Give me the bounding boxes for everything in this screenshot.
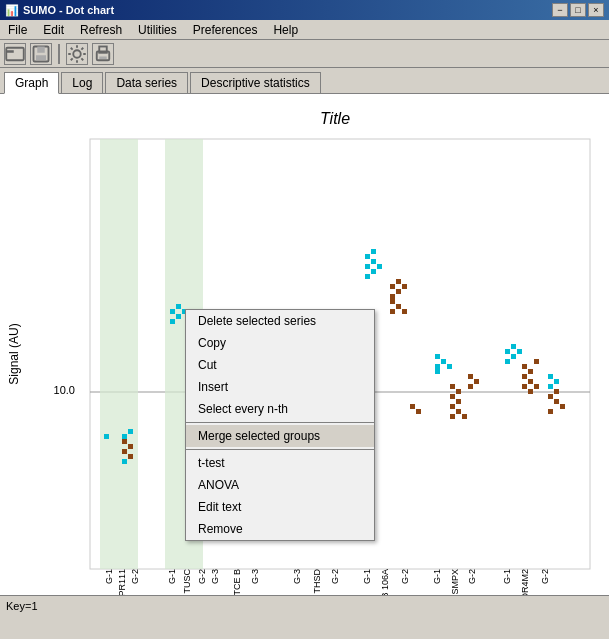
tab-data-series[interactable]: Data series xyxy=(105,72,188,93)
svg-rect-115 xyxy=(511,344,516,349)
svg-rect-87 xyxy=(396,279,401,284)
ctx-select-nth[interactable]: Select every n-th xyxy=(186,398,374,420)
svg-rect-77 xyxy=(365,264,370,269)
toolbar-btn-4[interactable] xyxy=(92,43,114,65)
svg-rect-38 xyxy=(128,454,133,459)
svg-rect-41 xyxy=(122,459,127,464)
ctx-ttest[interactable]: t-test xyxy=(186,452,374,474)
svg-rect-127 xyxy=(554,389,559,394)
svg-rect-125 xyxy=(554,379,559,384)
svg-rect-119 xyxy=(528,379,533,384)
svg-text:G-3: G-3 xyxy=(250,569,260,584)
svg-point-5 xyxy=(73,50,81,58)
svg-rect-104 xyxy=(450,404,455,409)
menu-file[interactable]: File xyxy=(4,22,31,38)
ctx-sep-2 xyxy=(186,449,374,450)
svg-rect-0 xyxy=(6,47,24,60)
svg-rect-120 xyxy=(534,384,539,389)
svg-rect-79 xyxy=(365,274,370,279)
ctx-sep-1 xyxy=(186,422,374,423)
svg-text:TCE B: TCE B xyxy=(232,569,242,595)
title-bar: 📊 SUMO - Dot chart − □ × xyxy=(0,0,609,20)
svg-text:DEFB 106A: DEFB 106A xyxy=(380,569,390,595)
svg-text:G-1: G-1 xyxy=(167,569,177,584)
x-axis-labels: G-1 GPR111 G-2 G-1 TUSC G-2 G-3 TCE B G-… xyxy=(104,569,550,596)
tab-descriptive-statistics[interactable]: Descriptive statistics xyxy=(190,72,321,93)
toolbar-btn-3[interactable] xyxy=(66,43,88,65)
svg-rect-92 xyxy=(390,309,395,314)
toolbar-sep-1 xyxy=(58,44,60,64)
svg-rect-80 xyxy=(371,259,376,264)
svg-rect-121 xyxy=(522,384,527,389)
tab-bar: Graph Log Data series Descriptive statis… xyxy=(0,68,609,94)
menu-refresh[interactable]: Refresh xyxy=(76,22,126,38)
svg-text:G-1: G-1 xyxy=(432,569,442,584)
svg-rect-102 xyxy=(450,394,455,399)
svg-text:G-3: G-3 xyxy=(210,569,220,584)
svg-rect-111 xyxy=(505,349,510,354)
svg-text:G-1: G-1 xyxy=(502,569,512,584)
menu-preferences[interactable]: Preferences xyxy=(189,22,262,38)
app-icon: 📊 xyxy=(5,4,19,17)
svg-rect-39 xyxy=(122,434,127,439)
svg-text:G-1: G-1 xyxy=(104,569,114,584)
svg-rect-44 xyxy=(170,319,175,324)
svg-rect-4 xyxy=(36,55,46,60)
svg-text:G-2: G-2 xyxy=(197,569,207,584)
svg-rect-34 xyxy=(104,434,109,439)
svg-rect-3 xyxy=(37,46,45,52)
svg-rect-103 xyxy=(456,399,461,404)
svg-rect-8 xyxy=(99,56,107,59)
menu-bar: File Edit Refresh Utilities Preferences … xyxy=(0,20,609,40)
svg-rect-113 xyxy=(505,359,510,364)
svg-rect-106 xyxy=(462,414,467,419)
svg-text:G-2: G-2 xyxy=(540,569,550,584)
svg-rect-109 xyxy=(474,379,479,384)
svg-rect-107 xyxy=(450,414,455,419)
svg-rect-101 xyxy=(456,389,461,394)
svg-rect-130 xyxy=(560,404,565,409)
ctx-edit-text[interactable]: Edit text xyxy=(186,496,374,518)
ctx-copy[interactable]: Copy xyxy=(186,332,374,354)
ctx-insert[interactable]: Insert xyxy=(186,376,374,398)
svg-rect-1 xyxy=(6,50,14,53)
close-button[interactable]: × xyxy=(588,3,604,17)
menu-help[interactable]: Help xyxy=(269,22,302,38)
svg-text:G-2: G-2 xyxy=(330,569,340,584)
svg-text:G-2: G-2 xyxy=(130,569,140,584)
svg-rect-126 xyxy=(548,384,553,389)
svg-rect-114 xyxy=(517,349,522,354)
toolbar-btn-1[interactable] xyxy=(4,43,26,65)
svg-rect-129 xyxy=(554,399,559,404)
svg-rect-118 xyxy=(522,374,527,379)
maximize-button[interactable]: □ xyxy=(570,3,586,17)
toolbar-btn-2[interactable] xyxy=(30,43,52,65)
status-bar: Key=1 xyxy=(0,595,609,615)
svg-text:G-3: G-3 xyxy=(292,569,302,584)
svg-rect-93 xyxy=(410,404,415,409)
svg-rect-105 xyxy=(456,409,461,414)
svg-rect-108 xyxy=(468,374,473,379)
window-title: SUMO - Dot chart xyxy=(23,4,114,16)
ctx-anova[interactable]: ANOVA xyxy=(186,474,374,496)
tab-graph[interactable]: Graph xyxy=(4,72,59,94)
y-axis-value: 10.0 xyxy=(54,384,75,396)
tab-log[interactable]: Log xyxy=(61,72,103,93)
context-menu: Delete selected series Copy Cut Insert S… xyxy=(185,309,375,541)
svg-rect-94 xyxy=(416,409,421,414)
svg-rect-37 xyxy=(122,449,127,454)
ctx-merge-groups[interactable]: Merge selected groups xyxy=(186,425,374,447)
svg-rect-96 xyxy=(441,359,446,364)
menu-edit[interactable]: Edit xyxy=(39,22,68,38)
minimize-button[interactable]: − xyxy=(552,3,568,17)
svg-rect-124 xyxy=(548,374,553,379)
svg-text:G-1: G-1 xyxy=(362,569,372,584)
ctx-delete-series[interactable]: Delete selected series xyxy=(186,310,374,332)
svg-rect-82 xyxy=(365,254,370,259)
svg-rect-89 xyxy=(390,299,395,304)
menu-utilities[interactable]: Utilities xyxy=(134,22,181,38)
ctx-remove[interactable]: Remove xyxy=(186,518,374,540)
ctx-cut[interactable]: Cut xyxy=(186,354,374,376)
chart-area: Title Signal (AU) 10.0 G-1 GPR111 G-2 G-… xyxy=(0,94,609,595)
svg-rect-110 xyxy=(468,384,473,389)
